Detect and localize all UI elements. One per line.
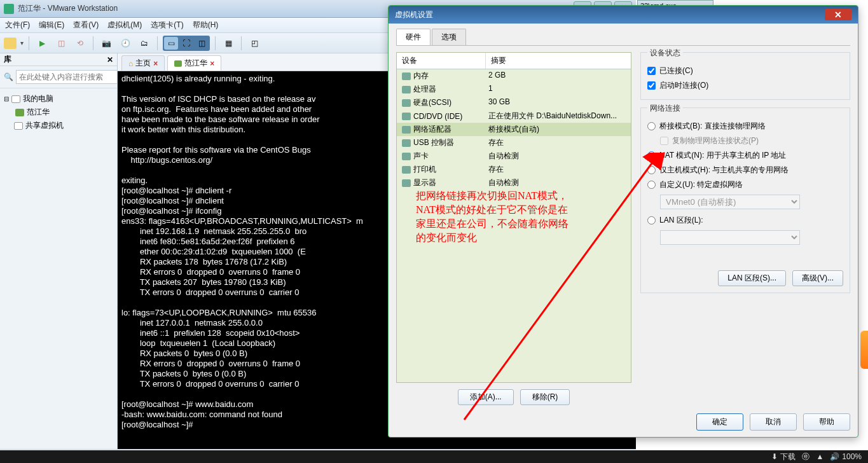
library-toggle-button[interactable] xyxy=(4,38,17,49)
replicate-checkbox[interactable] xyxy=(660,137,668,145)
library-search-input[interactable] xyxy=(16,70,118,84)
lan-segment-radio[interactable] xyxy=(647,216,656,225)
connected-checkbox[interactable] xyxy=(647,67,656,75)
dialog-titlebar[interactable]: 虚拟机设置 ✕ xyxy=(389,6,858,24)
lan-segment-combo[interactable] xyxy=(660,230,800,245)
summary-col-header[interactable]: 摘要 xyxy=(486,53,631,69)
device-row[interactable]: 声卡自动检测 xyxy=(397,149,631,163)
library-tree: ⊟ 我的电脑 范江华 共享虚拟机 xyxy=(0,88,117,136)
windows-taskbar: ⬇ 下载 ⓔ ▲ 🔊 100% xyxy=(0,450,868,463)
dialog-close-button[interactable]: ✕ xyxy=(825,9,851,20)
hostonly-label: 仅主机模式(H): 与主机共享的专用网络 xyxy=(659,165,789,176)
device-row[interactable]: 硬盘(SCSI)30 GB xyxy=(397,96,631,109)
tree-shared-vms[interactable]: 共享虚拟机 xyxy=(3,119,114,132)
remove-device-button[interactable]: 移除(R) xyxy=(520,389,570,405)
connect-at-start-checkbox[interactable] xyxy=(647,81,656,90)
network-group-title: 网络连接 xyxy=(647,103,683,114)
nat-radio-row[interactable]: NAT 模式(N): 用于共享主机的 IP 地址 xyxy=(647,148,843,163)
lan-segment-radio-row[interactable]: LAN 区段(L): xyxy=(647,213,843,228)
device-summary: 2 GB xyxy=(486,71,631,81)
snapshot-button[interactable]: ⟲ xyxy=(72,36,88,51)
side-badge[interactable] xyxy=(860,331,868,369)
device-row[interactable]: 网络适配器桥接模式(自动) xyxy=(397,123,631,136)
device-status-group: 设备状态 已连接(C) 启动时连接(O) xyxy=(640,52,850,100)
network-connection-group: 网络连接 桥接模式(B): 直接连接物理网络 复制物理网络连接状态(P) xyxy=(640,107,850,293)
tab-home[interactable]: ⌂ 主页 × xyxy=(121,55,165,71)
snapshot-revert-button[interactable]: 🕘 xyxy=(118,36,133,51)
bridged-radio-row[interactable]: 桥接模式(B): 直接连接物理网络 xyxy=(647,119,843,134)
dropdown-icon[interactable]: ▾ xyxy=(20,39,24,46)
view-fullscreen-button[interactable]: ⛶ xyxy=(179,37,193,50)
replicate-label: 复制物理网络连接状态(P) xyxy=(672,135,759,146)
hostonly-radio[interactable] xyxy=(647,166,656,174)
tab-home-close-icon[interactable]: × xyxy=(153,59,158,68)
menu-help[interactable]: 帮助(H) xyxy=(193,20,219,31)
add-device-button[interactable]: 添加(A)... xyxy=(458,389,514,405)
bridged-label: 桥接模式(B): 直接连接物理网络 xyxy=(659,121,766,132)
custom-radio-row[interactable]: 自定义(U): 特定虚拟网络 xyxy=(647,177,843,192)
device-icon xyxy=(402,113,411,120)
shared-icon xyxy=(14,122,23,130)
tree-my-computer[interactable]: ⊟ 我的电脑 xyxy=(3,92,114,106)
connect-at-start-checkbox-row[interactable]: 启动时连接(O) xyxy=(647,78,843,93)
nat-radio[interactable] xyxy=(647,151,656,160)
home-icon: ⌂ xyxy=(128,59,133,68)
stretch-button[interactable]: ◰ xyxy=(247,36,262,51)
power-menu-button[interactable]: ◫ xyxy=(53,36,69,51)
device-row[interactable]: USB 控制器存在 xyxy=(397,136,631,149)
cancel-button[interactable]: 取消 xyxy=(750,413,797,431)
device-summary: 存在 xyxy=(486,137,631,148)
device-row[interactable]: 处理器1 xyxy=(397,83,631,96)
view-console-button[interactable]: ▭ xyxy=(164,37,178,50)
device-name: 处理器 xyxy=(413,84,436,95)
taskbar-volume[interactable]: 🔊 100% xyxy=(830,452,862,461)
dialog-tab-options[interactable]: 选项 xyxy=(432,29,466,45)
dialog-tab-hardware[interactable]: 硬件 xyxy=(396,29,431,45)
hostonly-radio-row[interactable]: 仅主机模式(H): 与主机共享的专用网络 xyxy=(647,163,843,177)
tree-root-label: 我的电脑 xyxy=(23,93,53,104)
snapshot-take-button[interactable]: 📷 xyxy=(99,36,114,51)
connected-checkbox-row[interactable]: 已连接(C) xyxy=(647,64,843,78)
tree-vm-item[interactable]: 范江华 xyxy=(14,106,114,119)
ok-button[interactable]: 确定 xyxy=(696,413,743,431)
help-button[interactable]: 帮助 xyxy=(803,413,850,431)
device-col-header[interactable]: 设备 xyxy=(397,53,486,69)
device-status-title: 设备状态 xyxy=(647,48,683,59)
view-unity-button[interactable]: ◫ xyxy=(195,37,209,50)
device-row[interactable]: 内存2 GB xyxy=(397,69,631,83)
sidebar-close-icon[interactable]: ✕ xyxy=(107,55,113,64)
custom-network-combo[interactable]: VMnet0 (自动桥接) xyxy=(660,195,800,209)
view-mode-group[interactable]: ▭ ⛶ ◫ xyxy=(163,36,210,51)
device-row[interactable]: 打印机存在 xyxy=(397,163,631,176)
taskbar-tray-icon[interactable]: ▲ xyxy=(816,452,823,461)
device-summary: 自动检测 xyxy=(486,177,631,188)
device-icon xyxy=(402,153,411,160)
bridged-radio[interactable] xyxy=(647,122,656,130)
menu-edit[interactable]: 编辑(E) xyxy=(39,20,64,31)
menu-view[interactable]: 查看(V) xyxy=(73,20,99,31)
device-summary: 1 xyxy=(486,84,631,95)
tab-vm-close-icon[interactable]: × xyxy=(210,59,214,68)
device-name: 打印机 xyxy=(413,164,436,175)
device-row[interactable]: 显示器自动检测 xyxy=(397,176,631,190)
taskbar-browser-icon[interactable]: ⓔ xyxy=(802,452,809,462)
device-name: 硬盘(SCSI) xyxy=(413,97,451,108)
device-name: USB 控制器 xyxy=(413,137,454,148)
search-icon: 🔍 xyxy=(4,73,13,81)
thumbnail-view-button[interactable]: ▦ xyxy=(221,36,236,51)
advanced-button[interactable]: 高级(V)... xyxy=(792,270,843,286)
device-icon xyxy=(402,126,411,134)
power-on-button[interactable]: ▶ xyxy=(34,36,50,51)
device-icon xyxy=(402,73,411,80)
snapshot-manage-button[interactable]: 🗂 xyxy=(137,36,152,51)
menu-tabs[interactable]: 选项卡(T) xyxy=(151,20,183,31)
tab-vm[interactable]: 范江华 × xyxy=(167,55,221,71)
replicate-checkbox-row[interactable]: 复制物理网络连接状态(P) xyxy=(660,134,843,148)
taskbar-download[interactable]: ⬇ 下载 xyxy=(771,452,796,462)
lan-segments-button[interactable]: LAN 区段(S)... xyxy=(718,270,786,286)
device-row[interactable]: CD/DVD (IDE)正在使用文件 D:\BaiduNetdiskDown..… xyxy=(397,109,631,123)
menu-file[interactable]: 文件(F) xyxy=(5,20,30,31)
menu-vm[interactable]: 虚拟机(M) xyxy=(107,20,142,31)
library-sidebar: 库 ✕ 🔍 ▾ ⊟ 我的电脑 范江华 xyxy=(0,53,118,449)
custom-radio[interactable] xyxy=(647,181,656,189)
